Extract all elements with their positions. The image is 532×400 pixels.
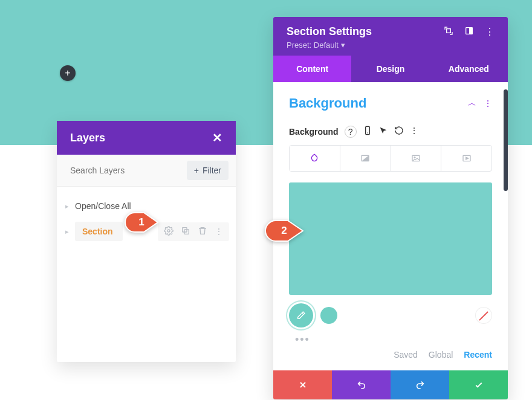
section-settings-panel: Section Settings ⋮ Preset: Default ▾ Con…: [273, 17, 508, 399]
tab-content[interactable]: Content: [273, 56, 351, 82]
bg-type-color[interactable]: [290, 146, 340, 171]
annotation-callout-2: 2: [265, 220, 303, 242]
background-type-tabs: [289, 145, 492, 172]
undo-button[interactable]: [332, 370, 391, 399]
more-icon[interactable]: ⋮: [215, 227, 223, 236]
gear-icon[interactable]: [164, 226, 174, 237]
settings-header: Section Settings ⋮ Preset: Default ▾: [273, 17, 508, 56]
redo-button[interactable]: [391, 370, 449, 399]
svg-point-7: [367, 132, 368, 133]
preset-label: Preset: Default: [287, 40, 339, 50]
cancel-button[interactable]: [273, 370, 332, 399]
layers-panel: Layers ✕ + Filter ▸ Open/Close All ▸ Sec…: [57, 121, 236, 362]
background-label-row: Background ? ⋮: [289, 126, 492, 138]
eyedropper-button[interactable]: [289, 303, 313, 327]
snap-icon[interactable]: [464, 26, 474, 38]
filter-button[interactable]: + Filter: [187, 161, 229, 180]
background-color-preview[interactable]: [289, 182, 492, 295]
expand-icon[interactable]: [444, 26, 453, 38]
annotation-number: 1: [138, 216, 144, 228]
transparent-swatch[interactable]: [475, 307, 492, 324]
open-close-all-label: Open/Close All: [75, 201, 131, 211]
hover-icon[interactable]: [378, 126, 388, 138]
trash-icon[interactable]: [198, 226, 207, 237]
reset-icon[interactable]: [394, 126, 404, 138]
save-button[interactable]: [449, 370, 508, 399]
palette-tab-recent[interactable]: Recent: [464, 350, 492, 360]
search-layers-input[interactable]: [70, 166, 181, 175]
layers-search-row: + Filter: [57, 155, 236, 187]
plus-icon: +: [194, 166, 199, 175]
settings-title: Section Settings: [287, 25, 372, 38]
plus-icon: +: [65, 68, 70, 79]
chevron-down-icon: ▾: [341, 40, 345, 50]
recent-color-swatch[interactable]: [320, 307, 337, 324]
svg-point-0: [167, 230, 170, 232]
layers-header: Layers ✕: [57, 121, 236, 155]
annotation-number: 2: [281, 225, 287, 237]
tab-advanced-label: Advanced: [449, 64, 489, 74]
tab-advanced[interactable]: Advanced: [430, 56, 508, 82]
close-icon[interactable]: ✕: [212, 131, 222, 145]
more-options-icon[interactable]: •••: [295, 334, 492, 346]
collapse-icon[interactable]: ︿: [468, 98, 476, 109]
more-icon[interactable]: ⋮: [484, 98, 492, 108]
annotation-callout-1: 1: [125, 212, 158, 233]
tab-design[interactable]: Design: [351, 56, 429, 82]
more-icon[interactable]: ⋮: [410, 126, 418, 138]
svg-point-10: [414, 157, 415, 158]
chevron-right-icon[interactable]: ▸: [65, 228, 69, 236]
svg-rect-6: [365, 126, 369, 134]
background-label: Background: [289, 127, 339, 137]
help-icon[interactable]: ?: [345, 126, 357, 138]
filter-label: Filter: [203, 166, 221, 175]
duplicate-icon[interactable]: [181, 226, 190, 237]
layers-title: Layers: [70, 132, 105, 144]
chevron-right-icon: ▸: [65, 202, 69, 210]
palette-tab-saved[interactable]: Saved: [394, 350, 418, 360]
section-layer-label: Section: [82, 227, 113, 236]
scrollbar[interactable]: [504, 89, 508, 191]
add-section-button[interactable]: +: [60, 65, 76, 81]
tab-design-label: Design: [377, 64, 405, 74]
svg-rect-5: [469, 27, 472, 34]
bg-type-image[interactable]: [391, 146, 442, 171]
svg-rect-3: [447, 28, 451, 33]
settings-tabs: Content Design Advanced: [273, 56, 508, 82]
palette-tabs: Saved Global Recent: [289, 350, 492, 360]
background-heading-row: Background ︿ ⋮: [289, 95, 492, 111]
background-heading: Background: [289, 95, 366, 111]
section-layer-tools: ⋮: [158, 222, 229, 241]
settings-body: Background ︿ ⋮ Background ? ⋮: [273, 82, 508, 370]
color-swatch-row: [289, 303, 492, 327]
section-layer-item[interactable]: Section: [75, 222, 123, 241]
preset-dropdown[interactable]: Preset: Default ▾: [287, 40, 495, 50]
palette-tab-global[interactable]: Global: [429, 350, 453, 360]
bg-type-video[interactable]: [441, 146, 491, 171]
phone-icon[interactable]: [363, 126, 372, 138]
settings-header-icons: ⋮: [444, 26, 495, 38]
settings-footer: [273, 370, 508, 399]
bg-type-gradient[interactable]: [340, 146, 391, 171]
tab-content-label: Content: [296, 64, 328, 74]
more-icon[interactable]: ⋮: [485, 26, 495, 37]
